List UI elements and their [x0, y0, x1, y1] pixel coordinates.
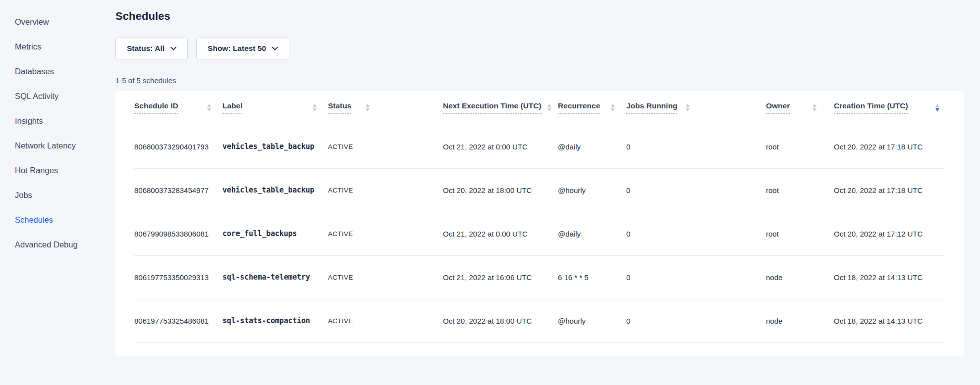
sort-asc-icon — [686, 104, 690, 107]
status-filter-label: Status: All — [127, 44, 164, 53]
sidebar-item-databases[interactable]: Databases — [15, 66, 115, 76]
sidebar-item-overview[interactable]: Overview — [15, 17, 115, 27]
filter-bar: Status: All Show: Latest 50 — [115, 38, 964, 59]
cell-status: ACTIVE — [328, 212, 443, 255]
table-row: 806197753350029313 sql-schema-telemetry … — [134, 255, 945, 299]
sort-desc-icon — [935, 108, 939, 111]
sort-desc-icon — [207, 108, 211, 111]
cell-label: sql-schema-telemetry — [222, 255, 328, 299]
cell-jobs-running: 0 — [626, 168, 766, 212]
cell-label: sql-stats-compaction — [222, 299, 328, 342]
cell-jobs-running: 0 — [626, 125, 766, 168]
sort-asc-icon — [935, 104, 939, 107]
sidebar-item-hot-ranges[interactable]: Hot Ranges — [15, 165, 115, 175]
sort-asc-icon — [547, 104, 551, 107]
sort-asc-icon — [313, 104, 317, 107]
sort-icons — [686, 104, 690, 111]
cell-next-execution: Oct 20, 2022 at 18:00 UTC — [443, 299, 558, 342]
column-header-jobs-running[interactable]: Jobs Running — [626, 91, 766, 125]
cell-next-execution: Oct 20, 2022 at 18:00 UTC — [443, 168, 558, 212]
cell-owner: root — [766, 125, 834, 168]
cell-jobs-running: 0 — [626, 299, 766, 342]
cell-recurrence: @daily — [558, 212, 626, 255]
column-header-next-execution-time[interactable]: Next Execution Time (UTC) — [443, 91, 558, 125]
column-header-recurrence[interactable]: Recurrence — [558, 91, 626, 125]
sort-icons — [935, 104, 939, 111]
cell-owner: root — [766, 212, 834, 255]
cell-recurrence: @hourly — [558, 168, 626, 212]
cell-owner: node — [766, 255, 834, 299]
cell-recurrence: @daily — [558, 125, 626, 168]
sort-desc-icon — [366, 108, 370, 111]
table-header: Schedule ID Label Stat — [134, 91, 945, 125]
column-header-status[interactable]: Status — [328, 91, 443, 125]
chevron-down-icon — [170, 47, 176, 50]
sort-asc-icon — [611, 104, 615, 107]
cell-creation-time: Oct 20, 2022 at 17:18 UTC — [834, 125, 945, 168]
sidebar-item-schedules[interactable]: Schedules — [15, 215, 115, 225]
cell-next-execution: Oct 21, 2022 at 0:00 UTC — [443, 212, 558, 255]
cell-schedule-id: 806800373290401793 — [134, 125, 222, 168]
sort-icons — [813, 104, 817, 111]
cell-owner: node — [766, 299, 834, 342]
cell-status: ACTIVE — [328, 255, 443, 299]
cell-status: ACTIVE — [328, 168, 443, 212]
sort-icons — [366, 104, 370, 111]
cell-creation-time: Oct 18, 2022 at 14:13 UTC — [834, 299, 945, 342]
cell-schedule-id: 806197753325486081 — [134, 299, 222, 342]
cell-schedule-id: 806800373283454977 — [134, 168, 222, 212]
column-header-schedule-id[interactable]: Schedule ID — [134, 91, 222, 125]
cell-label: vehicles_table_backup — [222, 168, 328, 212]
cell-next-execution: Oct 21, 2022 at 16:06 UTC — [443, 255, 558, 299]
cell-status: ACTIVE — [328, 299, 443, 342]
app-root: Overview Metrics Databases SQL Activity … — [0, 0, 980, 385]
sort-desc-icon — [813, 108, 817, 111]
table-row: 806197753325486081 sql-stats-compaction … — [134, 299, 945, 342]
table-row: 806800373290401793 vehicles_table_backup… — [134, 125, 945, 168]
sidebar-item-advanced-debug[interactable]: Advanced Debug — [15, 240, 115, 249]
cell-schedule-id: 806197753350029313 — [134, 255, 222, 299]
sort-icons — [547, 104, 551, 111]
cell-jobs-running: 0 — [626, 212, 766, 255]
show-filter-dropdown[interactable]: Show: Latest 50 — [196, 38, 289, 59]
sort-desc-icon — [686, 108, 690, 111]
schedules-table-panel: Schedule ID Label Stat — [115, 91, 964, 356]
sort-icons — [207, 104, 211, 111]
cell-owner: root — [766, 168, 834, 212]
cell-creation-time: Oct 20, 2022 at 17:18 UTC — [834, 168, 945, 212]
show-filter-label: Show: Latest 50 — [208, 44, 266, 53]
cell-label: core_full_backups — [222, 212, 328, 255]
column-header-creation-time[interactable]: Creation Time (UTC) — [834, 91, 945, 125]
sort-asc-icon — [366, 104, 370, 107]
sort-icons — [611, 104, 615, 111]
sort-asc-icon — [207, 104, 211, 107]
sort-icons — [313, 104, 317, 111]
table-body: 806800373290401793 vehicles_table_backup… — [134, 125, 945, 342]
status-filter-dropdown[interactable]: Status: All — [115, 38, 188, 59]
chevron-down-icon — [272, 47, 278, 50]
sidebar-item-network-latency[interactable]: Network Latency — [15, 141, 115, 150]
sidebar-item-sql-activity[interactable]: SQL Activity — [15, 91, 115, 101]
cell-status: ACTIVE — [328, 125, 443, 168]
sidebar-item-jobs[interactable]: Jobs — [15, 190, 115, 200]
cell-next-execution: Oct 21, 2022 at 0:00 UTC — [443, 125, 558, 168]
cell-recurrence: @hourly — [558, 299, 626, 342]
results-count: 1-5 of 5 schedules — [115, 76, 964, 85]
cell-label: vehicles_table_backup — [222, 125, 328, 168]
cell-jobs-running: 0 — [626, 255, 766, 299]
table-row: 806800373283454977 vehicles_table_backup… — [134, 168, 945, 212]
sort-asc-icon — [813, 104, 817, 107]
sidebar-item-insights[interactable]: Insights — [15, 116, 115, 126]
main-content: Schedules Status: All Show: Latest 50 1-… — [115, 0, 980, 385]
page-title: Schedules — [115, 10, 964, 23]
cell-creation-time: Oct 18, 2022 at 14:13 UTC — [834, 255, 945, 299]
cell-creation-time: Oct 20, 2022 at 17:12 UTC — [834, 212, 945, 255]
schedules-table: Schedule ID Label Stat — [134, 91, 945, 343]
sidebar: Overview Metrics Databases SQL Activity … — [0, 0, 115, 385]
column-header-label[interactable]: Label — [222, 91, 328, 125]
cell-recurrence: 6 16 * * 5 — [558, 255, 626, 299]
sidebar-item-metrics[interactable]: Metrics — [15, 42, 115, 51]
table-row: 806799098533806081 core_full_backups ACT… — [134, 212, 945, 255]
sort-desc-icon — [313, 108, 317, 111]
column-header-owner[interactable]: Owner — [766, 91, 834, 125]
